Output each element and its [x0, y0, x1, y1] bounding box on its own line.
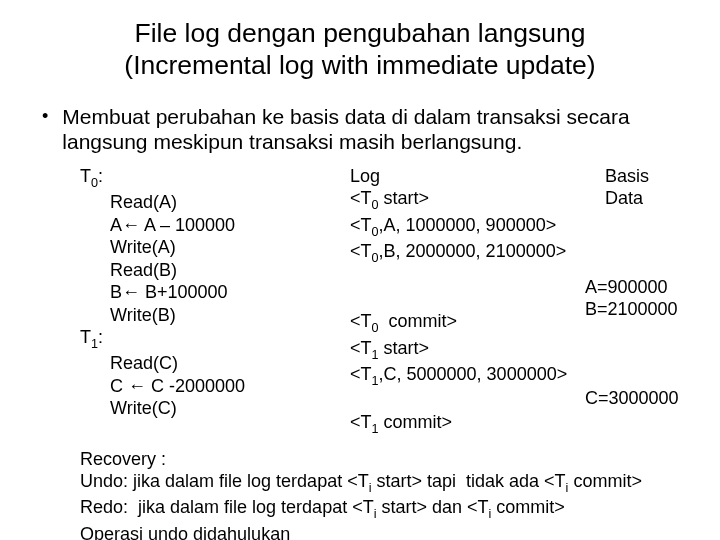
bullet-dot: • [42, 104, 48, 129]
op-line: Read(C) [110, 352, 350, 375]
log-title: Log [350, 165, 585, 188]
log-line: <T1 commit> [350, 411, 585, 437]
op-line: Write(A) [110, 236, 350, 259]
log-column: Log <T0 start> <T0,A, 1000000, 900000> <… [350, 165, 585, 438]
transaction-column: T0: Read(A) A← A – 100000 Write(A) Read(… [80, 165, 350, 438]
content-area: T0: Read(A) A← A – 100000 Write(A) Read(… [80, 165, 680, 540]
log-line: <T1 start> [350, 337, 585, 363]
recovery-line: Operasi undo didahulukan [80, 523, 680, 540]
op-line: A← A – 100000 [110, 214, 350, 237]
op-line: B← B+100000 [110, 281, 350, 304]
log-line: <T1,C, 5000000, 3000000> [350, 363, 585, 389]
log-line: <T0,B, 2000000, 2100000> [350, 240, 585, 266]
basis-value: C=3000000 [585, 387, 680, 410]
basis-value: A=900000 [585, 276, 680, 299]
log-line: <T0 start> [350, 187, 585, 213]
bullet-text: Membuat perubahan ke basis data di dalam… [62, 104, 680, 155]
op-line: Write(B) [110, 304, 350, 327]
recovery-line: Undo: jika dalam file log terdapat <Ti s… [80, 470, 680, 496]
op-line: Write(C) [110, 397, 350, 420]
title-line2: (Incremental log with immediate update) [124, 50, 595, 80]
op-line: Read(A) [110, 191, 350, 214]
basis-data-column: Basis Data A=900000 B=2100000 C=3000000 [585, 165, 680, 438]
log-line: <T0 commit> [350, 310, 585, 336]
slide-title: File log dengan pengubahan langsung (Inc… [40, 18, 680, 82]
recovery-line: Redo: jika dalam file log terdapat <Ti s… [80, 496, 680, 522]
log-line: <T0,A, 1000000, 900000> [350, 214, 585, 240]
t1-ops: Read(C) C ← C -2000000 Write(C) [110, 352, 350, 420]
title-line1: File log dengan pengubahan langsung [135, 18, 586, 48]
basis-title: Basis Data [585, 165, 680, 210]
t1-label: T1: [80, 326, 350, 352]
basis-value: B=2100000 [585, 298, 680, 321]
recovery-block: Recovery : Undo: jika dalam file log ter… [80, 448, 680, 540]
op-line: Read(B) [110, 259, 350, 282]
t0-ops: Read(A) A← A – 100000 Write(A) Read(B) B… [110, 191, 350, 326]
recovery-title: Recovery : [80, 448, 680, 471]
t0-label: T0: [80, 165, 350, 191]
op-line: C ← C -2000000 [110, 375, 350, 398]
bullet-item: • Membuat perubahan ke basis data di dal… [42, 104, 680, 155]
